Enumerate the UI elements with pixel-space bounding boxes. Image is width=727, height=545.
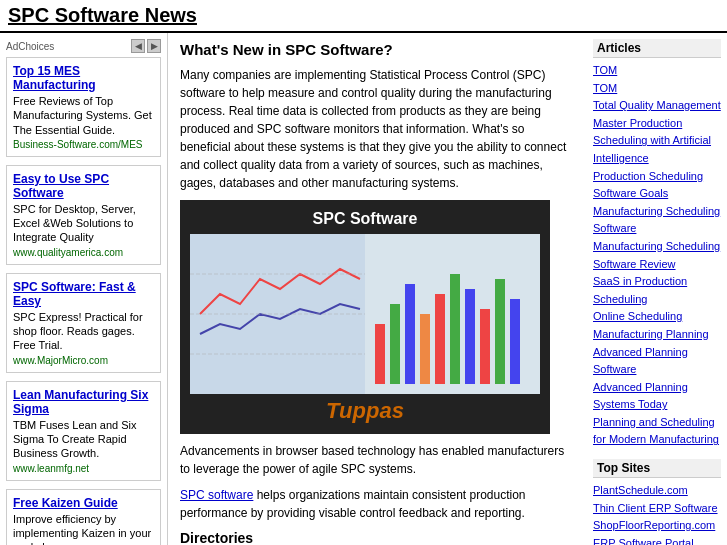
ad-1-url[interactable]: Business-Software.com/MES	[13, 139, 154, 150]
ad-4-url[interactable]: www.leanmfg.net	[13, 463, 154, 474]
ad-next-button[interactable]: ▶	[147, 39, 161, 53]
svg-rect-2	[375, 324, 385, 384]
ad-3: SPC Software: Fast & Easy SPC Express! P…	[6, 273, 161, 373]
spc-screenshot-area	[190, 234, 540, 394]
article-link-3[interactable]: Master Production Scheduling with Artifi…	[593, 115, 721, 168]
ad-5: Free Kaizen Guide Improve efficiency by …	[6, 489, 161, 545]
directories-heading: Directories	[180, 530, 575, 545]
article-link-2[interactable]: Total Quality Management	[593, 97, 721, 115]
ad-choices-label: AdChoices ◀ ▶	[6, 39, 161, 53]
svg-rect-10	[495, 279, 505, 384]
article-link-7[interactable]: SaaS in Production Scheduling	[593, 273, 721, 308]
page-title: SPC Software News	[8, 4, 719, 27]
top-site-link-1[interactable]: Thin Client ERP Software	[593, 500, 721, 518]
caption-paragraph: Advancements in browser based technology…	[180, 442, 575, 478]
svg-rect-7	[450, 274, 460, 384]
spc-screenshot	[190, 234, 540, 394]
ad-prev-button[interactable]: ◀	[131, 39, 145, 53]
spc-image-title: SPC Software	[190, 210, 540, 228]
svg-rect-11	[510, 299, 520, 384]
intro-paragraph: Many companies are implementing Statisti…	[180, 66, 575, 192]
ad-3-url[interactable]: www.MajorMicro.com	[13, 355, 154, 366]
article-link-8[interactable]: Online Scheduling	[593, 308, 721, 326]
top-site-link-3[interactable]: ERP Software Portal	[593, 535, 721, 545]
ad-2: Easy to Use SPC Software SPC for Desktop…	[6, 165, 161, 265]
ad-5-title[interactable]: Free Kaizen Guide	[13, 496, 154, 510]
top-sites-section-title: Top Sites	[593, 459, 721, 478]
svg-rect-9	[480, 309, 490, 384]
main-heading: What's New in SPC Software?	[180, 41, 575, 58]
article-link-12[interactable]: Planning and Scheduling for Modern Manuf…	[593, 414, 721, 449]
svg-rect-4	[405, 284, 415, 384]
ad-4-body: TBM Fuses Lean and Six Sigma To Create R…	[13, 418, 154, 461]
svg-rect-8	[465, 289, 475, 384]
article-link-5[interactable]: Manufacturing Scheduling Software	[593, 203, 721, 238]
ad-2-title[interactable]: Easy to Use SPC Software	[13, 172, 154, 200]
link-paragraph: SPC software helps organizations maintai…	[180, 486, 575, 522]
article-link-10[interactable]: Advanced Planning Software	[593, 344, 721, 379]
chart-svg	[190, 234, 540, 394]
top-sites-links: PlantSchedule.com Thin Client ERP Softwa…	[593, 482, 721, 545]
articles-section-title: Articles	[593, 39, 721, 58]
top-sites-section: Top Sites PlantSchedule.com Thin Client …	[593, 459, 721, 545]
svg-rect-6	[435, 294, 445, 384]
ad-2-body: SPC for Desktop, Server, Excel &Web Solu…	[13, 202, 154, 245]
spc-logo: Tuppas	[190, 398, 540, 424]
top-site-link-0[interactable]: PlantSchedule.com	[593, 482, 721, 500]
svg-rect-3	[390, 304, 400, 384]
article-link-0[interactable]: TOM	[593, 62, 721, 80]
main-content: What's New in SPC Software? Many compani…	[168, 33, 587, 545]
ad-4-title[interactable]: Lean Manufacturing Six Sigma	[13, 388, 154, 416]
articles-links: TOM TOM Total Quality Management Master …	[593, 62, 721, 449]
ad-1-title[interactable]: Top 15 MES Manufacturing	[13, 64, 154, 92]
article-link-6[interactable]: Manufacturing Scheduling Software Review	[593, 238, 721, 273]
spc-image-box: SPC Software	[180, 200, 550, 434]
ad-5-body: Improve efficiency by implementing Kaize…	[13, 512, 154, 545]
header: SPC Software News	[0, 0, 727, 33]
ad-nav[interactable]: ◀ ▶	[131, 39, 161, 53]
ad-3-title[interactable]: SPC Software: Fast & Easy	[13, 280, 154, 308]
spc-software-link[interactable]: SPC software	[180, 488, 253, 502]
svg-rect-5	[420, 314, 430, 384]
article-link-1[interactable]: TOM	[593, 80, 721, 98]
ad-2-url[interactable]: www.qualityamerica.com	[13, 247, 154, 258]
article-link-11[interactable]: Advanced Planning Systems Today	[593, 379, 721, 414]
ad-1-body: Free Reviews of Top Manufacturing System…	[13, 94, 154, 137]
article-link-9[interactable]: Manufacturing Planning	[593, 326, 721, 344]
sidebar: AdChoices ◀ ▶ Top 15 MES Manufacturing F…	[0, 33, 168, 545]
ad-4: Lean Manufacturing Six Sigma TBM Fuses L…	[6, 381, 161, 481]
right-sidebar: Articles TOM TOM Total Quality Managemen…	[587, 33, 727, 545]
ad-3-body: SPC Express! Practical for shop floor. R…	[13, 310, 154, 353]
article-link-4[interactable]: Production Scheduling Software Goals	[593, 168, 721, 203]
ad-1: Top 15 MES Manufacturing Free Reviews of…	[6, 57, 161, 157]
top-site-link-2[interactable]: ShopFloorReporting.com	[593, 517, 721, 535]
